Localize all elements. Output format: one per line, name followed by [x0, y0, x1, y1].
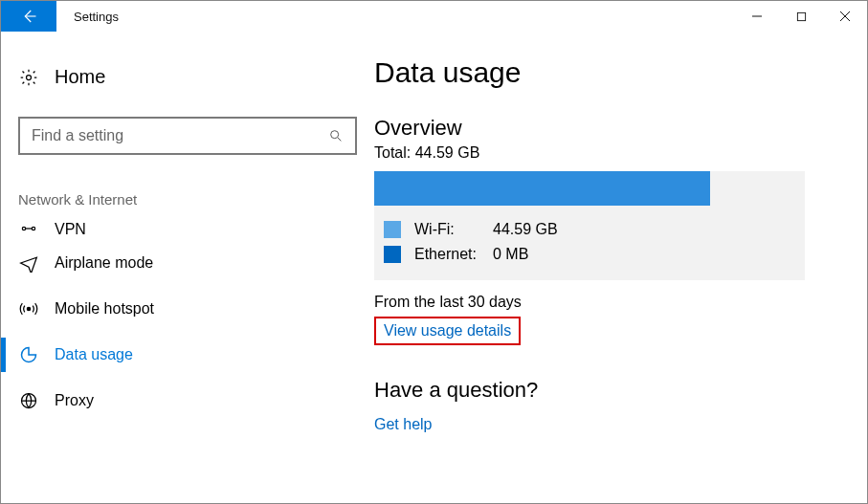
proxy-icon — [18, 391, 39, 410]
search-box[interactable] — [18, 117, 357, 155]
get-help-link[interactable]: Get help — [374, 416, 432, 433]
ethernet-swatch — [384, 246, 401, 263]
window-title: Settings — [56, 1, 119, 32]
view-usage-details-link[interactable]: View usage details — [384, 322, 511, 340]
home-label: Home — [39, 66, 105, 88]
sidebar-item-vpn[interactable]: VPN — [1, 217, 374, 240]
sidebar-item-label: Mobile hotspot — [39, 300, 154, 318]
sidebar-item-proxy[interactable]: Proxy — [1, 378, 374, 424]
legend-wifi: Wi-Fi: 44.59 GB — [374, 217, 805, 242]
sidebar-item-label: Proxy — [39, 392, 94, 409]
usage-bar-fill — [374, 171, 710, 206]
page-title: Data usage — [374, 56, 838, 89]
airplane-icon — [18, 253, 39, 273]
sidebar-item-data-usage[interactable]: Data usage — [1, 332, 374, 378]
ethernet-label: Ethernet: — [414, 246, 493, 263]
ethernet-value: 0 MB — [493, 246, 528, 263]
wifi-label: Wi-Fi: — [414, 221, 493, 238]
svg-rect-0 — [797, 12, 805, 20]
close-button[interactable] — [823, 1, 867, 32]
title-bar: Settings — [1, 1, 867, 32]
svg-point-1 — [27, 75, 32, 79]
svg-point-5 — [27, 307, 30, 310]
sidebar-item-label: Data usage — [39, 346, 133, 363]
svg-point-4 — [32, 227, 34, 230]
legend-ethernet: Ethernet: 0 MB — [374, 242, 805, 267]
minimize-button[interactable] — [735, 1, 779, 32]
maximize-button[interactable] — [779, 1, 823, 32]
sidebar: Home Network & Internet VPN — [1, 32, 374, 503]
sidebar-item-airplane[interactable]: Airplane mode — [1, 240, 374, 286]
question-heading: Have a question? — [374, 378, 838, 403]
overview-heading: Overview — [374, 116, 838, 141]
content-panel: Data usage Overview Total: 44.59 GB Wi-F… — [374, 32, 867, 503]
usage-bar — [374, 171, 805, 206]
wifi-value: 44.59 GB — [493, 221, 558, 238]
view-details-highlight: View usage details — [374, 317, 521, 345]
search-input[interactable] — [30, 126, 326, 145]
vpn-icon — [18, 219, 39, 238]
usage-block: Wi-Fi: 44.59 GB Ethernet: 0 MB — [374, 171, 805, 280]
data-usage-icon — [18, 345, 39, 364]
hotspot-icon — [18, 299, 39, 318]
window-controls — [735, 1, 867, 32]
gear-icon — [18, 68, 39, 87]
wifi-swatch — [384, 221, 401, 238]
svg-point-3 — [22, 227, 25, 230]
total-label: Total: — [374, 144, 411, 161]
sidebar-item-label: Airplane mode — [39, 254, 153, 272]
total-line: Total: 44.59 GB — [374, 144, 838, 162]
sidebar-item-hotspot[interactable]: Mobile hotspot — [1, 286, 374, 332]
period-text: From the last 30 days — [374, 294, 838, 311]
home-nav[interactable]: Home — [1, 60, 374, 94]
total-value: 44.59 GB — [415, 144, 480, 161]
sidebar-category: Network & Internet — [1, 155, 374, 217]
back-button[interactable] — [1, 1, 56, 32]
svg-point-2 — [331, 131, 339, 139]
sidebar-item-label: VPN — [39, 221, 86, 238]
search-icon — [326, 128, 345, 143]
